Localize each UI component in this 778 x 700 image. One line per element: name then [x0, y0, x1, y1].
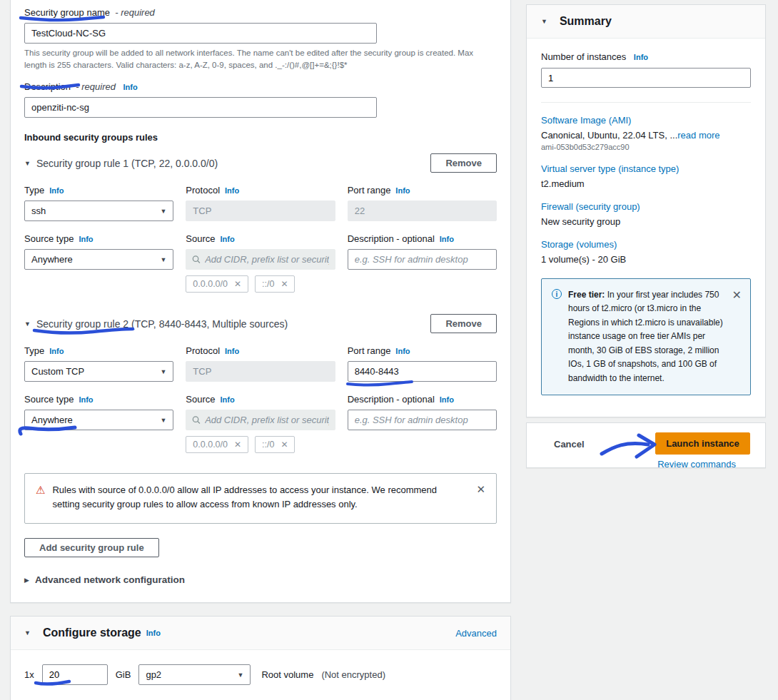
sg-name-label-row: Security group name - required	[24, 7, 497, 18]
read-more-link[interactable]: read more	[677, 130, 719, 141]
advanced-network-configuration-toggle[interactable]: ▶ Advanced network configuration	[24, 574, 497, 585]
sg-name-label: Security group name	[24, 7, 110, 18]
rule2-remove-button[interactable]: Remove	[430, 314, 497, 333]
security-group-rule-1: ▼ Security group rule 1 (TCP, 22, 0.0.0.…	[24, 153, 497, 293]
cidr-token: 0.0.0.0/0✕	[186, 275, 248, 293]
expand-triangle-icon: ▶	[24, 577, 29, 584]
collapse-triangle-icon[interactable]: ▼	[24, 320, 31, 328]
software-image-link[interactable]: Software Image (AMI)	[541, 115, 751, 126]
rule1-source-input[interactable]	[205, 254, 329, 265]
info-link[interactable]: Info	[49, 186, 64, 195]
info-link[interactable]: Info	[79, 235, 93, 243]
info-link[interactable]: Info	[49, 347, 64, 355]
info-link[interactable]: Info	[79, 395, 93, 404]
remove-token-icon[interactable]: ✕	[234, 279, 241, 289]
rule1-protocol-field: TCP	[186, 201, 335, 221]
rule2-type-select[interactable]: Custom TCP▼	[24, 361, 173, 382]
rule2-type-label: Type	[24, 345, 44, 356]
configure-storage-header[interactable]: ▼ Configure storage Info Advanced	[11, 617, 510, 650]
rule1-source-type-label: Source type	[24, 233, 74, 244]
rule2-source-input[interactable]	[205, 415, 329, 425]
network-settings-panel: Security group name - required This secu…	[10, 0, 511, 603]
chevron-down-icon: ▼	[160, 256, 166, 263]
add-security-group-rule-button[interactable]: Add security group rule	[24, 538, 159, 557]
review-commands-link[interactable]: Review commands	[657, 459, 736, 470]
warning-text: Rules with source of 0.0.0.0/0 allow all…	[52, 483, 452, 512]
rule1-source-type-select[interactable]: Anywhere▼	[24, 249, 173, 270]
info-link[interactable]: Info	[146, 629, 161, 637]
info-link[interactable]: Info	[440, 395, 454, 404]
collapse-triangle-icon[interactable]: ▼	[24, 160, 31, 167]
ami-id: ami-053b0d53c279acc90	[541, 143, 751, 151]
rule1-type-label: Type	[24, 185, 44, 196]
storage-volumes-link[interactable]: Storage (volumes)	[541, 239, 751, 250]
rule1-desc-label: Description - optional	[348, 233, 435, 244]
rule2-source-search[interactable]	[186, 410, 335, 430]
rule2-source-type-select[interactable]: Anywhere▼	[24, 410, 173, 430]
remove-token-icon[interactable]: ✕	[281, 279, 288, 289]
remove-token-icon[interactable]: ✕	[281, 440, 288, 450]
close-icon[interactable]: ✕	[732, 288, 742, 302]
description-input[interactable]	[24, 97, 377, 118]
free-tier-text: Free tier: In your first year includes 7…	[568, 288, 726, 385]
description-label-row: Description - required Info	[24, 81, 497, 92]
configure-storage-title: Configure storage	[43, 627, 141, 639]
info-link[interactable]: Info	[225, 186, 239, 195]
cidr-token: 0.0.0.0/0✕	[186, 436, 248, 453]
info-link[interactable]: Info	[221, 235, 235, 243]
rule1-description-input[interactable]	[348, 249, 497, 270]
rule2-description-input[interactable]	[348, 410, 497, 430]
close-icon[interactable]: ✕	[476, 483, 485, 496]
rule2-port-input[interactable]	[348, 361, 497, 382]
sg-name-help: This security group will be added to all…	[24, 47, 495, 71]
rule1-title: Security group rule 1 (TCP, 22, 0.0.0.0/…	[36, 158, 218, 169]
summary-header[interactable]: ▼ Summary	[527, 5, 765, 39]
rule1-source-search[interactable]	[186, 249, 335, 270]
description-label: Description	[24, 81, 71, 92]
firewall-link[interactable]: Firewall (security group)	[541, 201, 751, 212]
num-instances-label: Number of instances	[541, 51, 626, 62]
instance-type-link[interactable]: Virtual server type (instance type)	[541, 163, 751, 174]
storage-advanced-link[interactable]: Advanced	[455, 628, 497, 639]
rule2-protocol-field: TCP	[186, 361, 335, 382]
sg-name-required: - required	[113, 7, 155, 18]
info-link[interactable]: Info	[634, 53, 648, 61]
cancel-button[interactable]: Cancel	[554, 439, 585, 450]
description-info-link[interactable]: Info	[123, 83, 138, 91]
sg-name-input[interactable]	[24, 23, 377, 44]
launch-footer-panel: Cancel Launch instance Review commands	[526, 422, 766, 468]
volume-type-select[interactable]: gp2▼	[138, 664, 251, 685]
info-link[interactable]: Info	[221, 395, 235, 404]
warning-icon: ⚠	[36, 483, 45, 497]
storage-volumes-value: 1 volume(s) - 20 GiB	[541, 254, 751, 265]
security-group-rule-2: ▼ Security group rule 2 (TCP, 8440-8443,…	[24, 314, 497, 453]
root-volume-label: Root volume	[261, 669, 313, 680]
summary-title: Summary	[560, 15, 612, 28]
info-link[interactable]: Info	[395, 186, 410, 195]
rule2-desc-label: Description - optional	[348, 394, 435, 405]
rule1-port-field: 22	[348, 201, 497, 221]
launch-instance-button[interactable]: Launch instance	[655, 432, 750, 455]
cidr-token: ::/0✕	[255, 275, 295, 293]
info-link[interactable]: Info	[225, 347, 239, 355]
chevron-down-icon: ▼	[160, 417, 166, 424]
collapse-triangle-icon: ▼	[541, 18, 547, 25]
rule1-source-label: Source	[186, 233, 215, 244]
search-icon	[192, 255, 201, 264]
chevron-down-icon: ▼	[160, 368, 166, 375]
info-link[interactable]: Info	[395, 347, 410, 355]
volume-unit-label: GiB	[116, 669, 131, 680]
rule1-remove-button[interactable]: Remove	[430, 153, 497, 173]
remove-token-icon[interactable]: ✕	[234, 440, 241, 450]
inbound-rules-heading: Inbound security groups rules	[24, 132, 497, 143]
num-instances-input[interactable]	[541, 68, 751, 88]
rule2-title: Security group rule 2 (TCP, 8440-8443, M…	[36, 318, 288, 330]
encryption-status-label: (Not encrypted)	[321, 669, 385, 680]
volume-count-label: 1x	[24, 669, 34, 680]
info-link[interactable]: Info	[440, 235, 454, 243]
rule1-type-select[interactable]: ssh▼	[24, 201, 173, 221]
chevron-down-icon: ▼	[160, 208, 166, 215]
volume-size-input[interactable]	[42, 664, 108, 685]
rule2-protocol-label: Protocol	[186, 345, 220, 356]
search-icon	[192, 415, 201, 425]
